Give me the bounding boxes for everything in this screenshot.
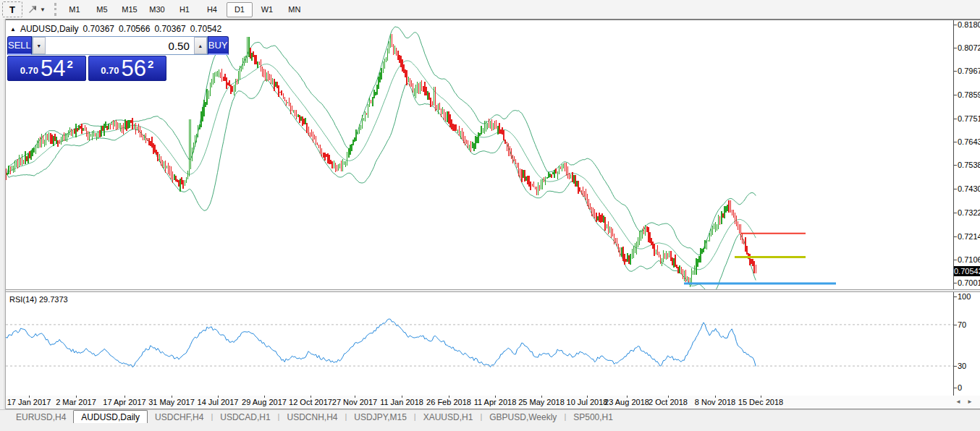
chart-window: ▲ AUDUSD,Daily 0.70367 0.70566 0.70367 0… xyxy=(6,19,980,409)
volume-stepper: ▼ ▲ xyxy=(32,36,208,55)
rsi-axis-tick xyxy=(954,388,957,388)
price-axis-tick xyxy=(954,119,957,119)
buy-price-button[interactable]: 0.70 56 2 xyxy=(88,56,167,81)
chart-tab-xauusd[interactable]: XAUUSD,H1 xyxy=(416,411,481,423)
timeframe-button-d1[interactable]: D1 xyxy=(227,2,253,17)
price-axis-tick xyxy=(954,213,957,213)
price-axis-label: 0.78590 xyxy=(958,90,980,99)
date-axis-label: 29 Aug 2017 xyxy=(242,398,287,406)
bottom-strip xyxy=(0,423,980,431)
date-axis-label: 2 Oct 2018 xyxy=(649,398,688,406)
volume-decrease-button[interactable]: ▼ xyxy=(33,37,46,54)
chart-tab-usdchf[interactable]: USDCHF,H4 xyxy=(148,411,211,423)
date-axis-label: 23 Aug 2018 xyxy=(604,398,649,406)
sell-price-prefix: 0.70 xyxy=(20,65,38,76)
price-axis-tick xyxy=(954,165,957,166)
price-axis[interactable]: 0.70542 0.818000.807200.796700.785900.77… xyxy=(953,20,980,396)
price-axis-tick xyxy=(954,25,957,25)
chart-tab-gbpusd[interactable]: GBPUSD,Weekly xyxy=(482,411,564,423)
volume-increase-button[interactable]: ▲ xyxy=(194,37,207,54)
price-axis-label: 0.76430 xyxy=(958,137,980,146)
price-axis-tick xyxy=(954,260,957,260)
volume-input[interactable] xyxy=(46,37,194,54)
date-axis-label: 12 Oct 2017 xyxy=(289,398,332,406)
sell-price-main: 54 xyxy=(41,59,65,79)
rsi-indicator-label: RSI(14) 29.7373 xyxy=(9,295,68,304)
date-axis-label: 26 Feb 2018 xyxy=(426,398,471,406)
sell-price-pip: 2 xyxy=(67,58,72,70)
date-axis-label: 17 Apr 2017 xyxy=(103,398,145,406)
date-axis-label: 8 Nov 2018 xyxy=(695,398,735,406)
workspace-left-divider xyxy=(0,19,6,423)
date-axis-label: 11 Apr 2018 xyxy=(474,398,517,406)
timeframe-button-m30[interactable]: M30 xyxy=(144,2,170,17)
price-axis-tick xyxy=(954,95,957,95)
sell-button[interactable]: SELL xyxy=(7,36,32,55)
timeframe-button-h4[interactable]: H4 xyxy=(199,2,225,17)
chart-symbol-label: AUDUSD,Daily xyxy=(20,24,79,34)
arrows-tool-icon xyxy=(28,4,38,15)
price-axis-label: 0.74300 xyxy=(958,184,980,193)
date-axis-label: 31 May 2017 xyxy=(148,398,195,406)
price-axis-label: 0.79670 xyxy=(958,67,980,75)
chart-tab-sp500[interactable]: SP500,H1 xyxy=(566,411,620,423)
sell-button-label: SELL xyxy=(8,40,31,51)
price-axis-label: 0.72140 xyxy=(958,232,980,241)
date-axis-label: 27 Nov 2017 xyxy=(332,398,377,406)
ohlc-open: 0.70367 xyxy=(83,24,114,34)
timeframe-button-m5[interactable]: M5 xyxy=(89,2,115,17)
sell-price-button[interactable]: 0.70 54 2 xyxy=(7,56,86,81)
tab-scroll-left-icon[interactable]: ◄ xyxy=(955,398,961,405)
chart-tab-eurusd[interactable]: EURUSD,H4 xyxy=(9,411,73,423)
chart-tab-usdjpy[interactable]: USDJPY,M15 xyxy=(347,411,413,423)
rsi-axis-label: 100 xyxy=(958,292,980,301)
text-label-tool-button[interactable]: T xyxy=(2,1,22,17)
buy-button-label: BUY xyxy=(208,40,228,51)
price-axis-label: 0.71060 xyxy=(958,255,980,264)
symbol-marker-icon: ▲ xyxy=(10,26,16,33)
timeframe-button-m1[interactable]: M1 xyxy=(62,2,88,17)
ohlc-close: 0.70542 xyxy=(190,24,221,34)
pane-splitter[interactable] xyxy=(6,289,980,292)
ohlc-high: 0.70566 xyxy=(119,24,150,34)
buy-button[interactable]: BUY xyxy=(208,36,229,55)
timeframe-button-w1[interactable]: W1 xyxy=(254,2,280,17)
timeframe-button-mn[interactable]: MN xyxy=(282,2,308,17)
one-click-trading-panel: SELL ▼ ▲ BUY 0.70 54 2 0.70 xyxy=(7,36,166,81)
rsi-axis-label: 70 xyxy=(958,320,980,329)
timeframe-toolbar: T ▼ M1M5M15M30H1H4D1W1MN xyxy=(0,0,980,20)
price-axis-label: 0.73220 xyxy=(958,208,980,217)
price-axis-label: 0.81800 xyxy=(958,20,980,29)
date-axis-label: 10 Jul 2018 xyxy=(567,398,608,406)
rsi-chart-canvas[interactable] xyxy=(6,292,953,396)
chart-tab-usdcad[interactable]: USDCAD,H1 xyxy=(213,411,277,423)
mt4-terminal: T ▼ M1M5M15M30H1H4D1W1MN ▲ AUDUSD,Daily … xyxy=(0,0,980,431)
chart-tab-usdcnh[interactable]: USDCNH,H4 xyxy=(279,411,345,423)
date-axis-label: 11 Jan 2018 xyxy=(380,398,423,406)
timeframe-button-h1[interactable]: H1 xyxy=(172,2,198,17)
buy-price-prefix: 0.70 xyxy=(101,65,119,76)
price-axis-tick xyxy=(954,283,957,283)
price-axis-label: 0.80720 xyxy=(958,43,980,52)
price-axis-tick xyxy=(954,71,957,72)
chart-ohlc-header: ▲ AUDUSD,Daily 0.70367 0.70566 0.70367 0… xyxy=(10,24,221,34)
ohlc-low: 0.70367 xyxy=(154,24,185,34)
date-axis-label: 17 Jan 2017 xyxy=(7,398,51,406)
buy-price-pip: 2 xyxy=(148,58,153,70)
price-axis-tick xyxy=(954,142,957,142)
rsi-axis-label: 30 xyxy=(958,362,980,370)
chevron-down-icon: ▼ xyxy=(40,7,46,13)
price-axis-label: 0.77510 xyxy=(958,114,980,123)
timeframe-button-m15[interactable]: M15 xyxy=(117,2,143,17)
timeframe-buttons: M1M5M15M30H1H4D1W1MN xyxy=(61,2,308,17)
price-axis-tick xyxy=(954,48,957,48)
rsi-axis-label: 0 xyxy=(958,383,980,392)
tab-scroll-right-icon[interactable]: ► xyxy=(967,398,973,405)
price-axis-label: 0.70010 xyxy=(958,278,980,287)
date-axis[interactable]: ◄ ► 17 Jan 20172 Mar 201717 Apr 201731 M… xyxy=(6,396,980,409)
chart-tab-audusd[interactable]: AUDUSD,Daily xyxy=(73,410,148,423)
price-axis-tick xyxy=(954,236,957,237)
date-axis-label: 2 Mar 2017 xyxy=(56,398,96,406)
arrows-tool-button[interactable]: ▼ xyxy=(25,2,48,17)
current-price-tag: 0.70542 xyxy=(954,266,980,276)
